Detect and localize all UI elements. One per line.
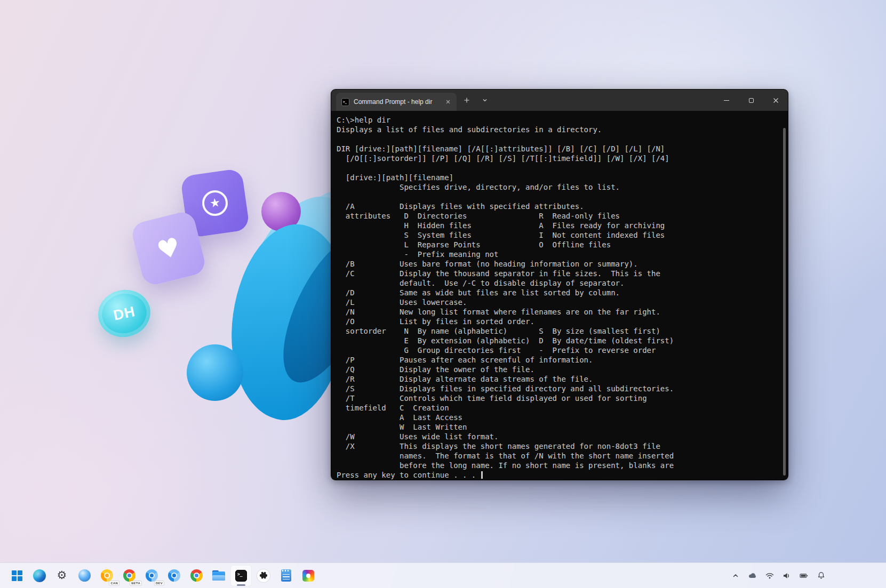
system-tray [728, 568, 880, 583]
tab-title: Command Prompt - help dir [354, 98, 438, 106]
windows-logo-icon [12, 570, 22, 581]
terminal-output: C:\>help dir Displays a list of files an… [337, 115, 780, 480]
tab-close-icon[interactable] [443, 96, 453, 107]
taskbar-photos-button[interactable] [298, 565, 319, 586]
hidden-icons-button[interactable] [728, 568, 743, 583]
chevron-down-icon [482, 98, 488, 103]
maximize-button[interactable] [739, 90, 763, 111]
cloud-icon [748, 572, 757, 579]
command-prompt-icon: >_ [235, 570, 247, 582]
terminal-cursor [481, 471, 483, 479]
wallpaper-disc: DH [94, 285, 155, 342]
wifi-icon [765, 572, 774, 579]
taskbar-chrome-canary-button[interactable]: CAN [96, 565, 117, 586]
taskbar: ⚙ CAN BETA DEV [0, 562, 886, 588]
taskbar-command-prompt-button[interactable]: >_ [230, 565, 252, 586]
edge-icon [33, 569, 46, 582]
chromium-icon [168, 569, 180, 582]
terminal-window: >_ Command Prompt - help dir C:\> [331, 89, 788, 480]
taskbar-file-explorer-button[interactable] [208, 565, 229, 586]
chatgpt-icon [257, 569, 270, 582]
taskbar-chrome-dev-button[interactable]: DEV [141, 565, 162, 586]
taskbar-blue-app-button[interactable] [74, 565, 95, 586]
folder-icon [212, 570, 225, 581]
taskbar-settings-button[interactable]: ⚙ [51, 565, 73, 586]
close-icon [773, 98, 779, 103]
scrollbar-thumb[interactable] [783, 128, 786, 476]
titlebar-drag-area[interactable] [493, 90, 714, 111]
chrome-canary-icon [101, 569, 113, 582]
star-icon: ★ [209, 197, 221, 210]
network-button[interactable] [762, 568, 777, 583]
cmd-icon: >_ [341, 98, 349, 106]
taskbar-chrome-beta-button[interactable]: BETA [118, 565, 140, 586]
chrome-beta-icon [123, 569, 135, 582]
desktop: ★ ♥ DH >_ Command Prompt - help dir [0, 0, 886, 588]
notifications-button[interactable] [813, 568, 828, 583]
wallpaper-disc-label: DH [112, 303, 137, 324]
battery-icon [800, 573, 808, 579]
new-tab-button[interactable] [459, 93, 475, 108]
taskbar-chromium-button[interactable] [163, 565, 185, 586]
onedrive-button[interactable] [745, 568, 760, 583]
dev-badge: DEV [155, 581, 164, 585]
active-app-indicator [237, 584, 245, 586]
terminal-viewport[interactable]: C:\>help dir Displays a list of files an… [331, 111, 788, 480]
taskbar-edge-button[interactable] [29, 565, 50, 586]
beta-badge: BETA [130, 581, 141, 585]
chrome-icon [190, 569, 203, 582]
close-button[interactable] [763, 90, 788, 111]
speaker-icon [783, 572, 791, 579]
taskbar-chrome-button[interactable] [186, 565, 207, 586]
photos-icon [302, 570, 314, 582]
taskbar-notepad-button[interactable] [275, 565, 297, 586]
plus-icon [464, 97, 470, 103]
tab-command-prompt[interactable]: >_ Command Prompt - help dir [336, 93, 457, 111]
heart-icon: ♥ [154, 233, 182, 264]
taskbar-pinned-apps: ⚙ CAN BETA DEV [6, 565, 319, 586]
minimize-icon [724, 100, 729, 101]
tab-dropdown-button[interactable] [477, 93, 493, 108]
notepad-icon [281, 569, 291, 582]
chevron-up-icon [732, 572, 739, 579]
canary-badge: CAN [109, 581, 119, 585]
terminal-scrollbar[interactable] [782, 113, 787, 479]
chrome-dev-icon [146, 569, 158, 582]
taskbar-chatgpt-button[interactable] [253, 565, 274, 586]
window-titlebar[interactable]: >_ Command Prompt - help dir [331, 90, 788, 111]
window-controls [714, 90, 788, 111]
gear-icon: ⚙ [57, 570, 67, 581]
bell-icon [817, 571, 825, 579]
award-badge-icon: ★ [201, 189, 229, 218]
blue-app-icon [78, 569, 91, 582]
wallpaper-sphere-blue [187, 344, 243, 401]
battery-button[interactable] [796, 568, 811, 583]
volume-button[interactable] [779, 568, 794, 583]
maximize-icon [749, 98, 754, 103]
minimize-button[interactable] [714, 90, 739, 111]
start-button[interactable] [6, 565, 28, 586]
